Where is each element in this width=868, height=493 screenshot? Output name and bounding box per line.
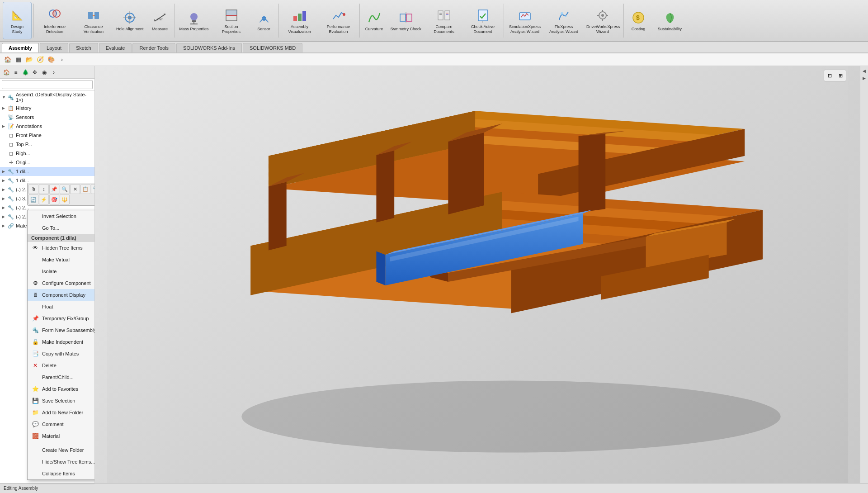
- left-list-icon[interactable]: ≡: [11, 68, 20, 77]
- view-fit-icon[interactable]: ⊡: [825, 71, 834, 80]
- viewport[interactable]: ⊡ ⊞: [95, 66, 860, 493]
- ctx-material-label: Material: [42, 433, 60, 439]
- driveworksxpress-button[interactable]: DriveWorksXpress Wizard: [584, 2, 622, 39]
- inline-icon-12[interactable]: ⚡: [39, 194, 49, 204]
- ctx-save-selection[interactable]: 💾 Save Selection: [28, 395, 95, 407]
- left-chevron-icon[interactable]: ›: [49, 68, 58, 77]
- grid-icon[interactable]: ▦: [14, 55, 24, 65]
- tree-icon[interactable]: 📂: [24, 55, 34, 65]
- assembly-visualization-button[interactable]: Assembly Visualization: [281, 2, 319, 39]
- design-study-button[interactable]: 📐 DesignStudy: [3, 2, 32, 39]
- left-tree-icon[interactable]: 🌲: [21, 68, 30, 77]
- left-home-icon[interactable]: 🏠: [2, 68, 11, 77]
- ctx-hidden-tree-items[interactable]: 👁 Hidden Tree Items ▶: [28, 242, 95, 254]
- inline-icon-13[interactable]: 🎯: [49, 194, 59, 204]
- costing-button[interactable]: $ Costing: [626, 2, 651, 39]
- ctx-component-display[interactable]: 🖥 Component Display ▶: [28, 289, 95, 301]
- status-bar: Editing Assembly: [0, 483, 868, 493]
- tab-assembly[interactable]: Assembly: [2, 43, 39, 52]
- ctx-create-new-folder[interactable]: Create New Folder: [28, 444, 95, 456]
- sustainability-button[interactable]: Sustainability: [655, 2, 684, 39]
- ctx-collapse-items-label: Collapse Items: [42, 471, 75, 476]
- tab-solidworks-mbd[interactable]: SOLIDWORKS MBD: [243, 43, 302, 52]
- tab-sketch[interactable]: Sketch: [69, 43, 98, 52]
- ctx-form-new-subassembly[interactable]: 🔩 Form New Subassembly: [28, 324, 95, 336]
- ctx-copy-with-mates[interactable]: 📑 Copy with Mates: [28, 348, 95, 360]
- ctx-go-to[interactable]: Go To...: [28, 222, 95, 234]
- hole-alignment-button[interactable]: Hole Alignment: [113, 2, 146, 39]
- floxpress-button[interactable]: FloXpress Analysis Wizard: [545, 2, 583, 39]
- ctx-invert-selection[interactable]: Invert Selection: [28, 210, 95, 222]
- tree-item-history[interactable]: ▶ 📋 History: [0, 104, 94, 113]
- ctx-hide-show-tree-items[interactable]: Hide/Show Tree Items...: [28, 456, 95, 468]
- toolbar-separator-5: [504, 4, 504, 38]
- inline-icon-14[interactable]: 🔱: [60, 194, 70, 204]
- ctx-temporary-fix-group[interactable]: 📌 Temporary Fix/Group: [28, 313, 95, 324]
- mass-properties-button[interactable]: Mass Properties: [177, 2, 212, 39]
- inline-row-1: 🖱 ↕ 📌 🔍 ✕ 📋 🔧 🔲 🖥 📊: [28, 184, 95, 194]
- tree-item-top-plane[interactable]: ◻ Top P...: [0, 140, 94, 149]
- section-properties-button[interactable]: Section Properties: [212, 2, 250, 39]
- ctx-parent-child[interactable]: Parent/Child...: [28, 371, 95, 383]
- ctx-comment[interactable]: 💬 Comment ▶: [28, 418, 95, 430]
- comp5-arrow: ▶: [2, 205, 7, 210]
- check-active-document-button[interactable]: Check Active Document: [464, 2, 502, 39]
- tree-item-annotations[interactable]: ▶ 📝 Annotations: [0, 122, 94, 131]
- tree-item-right-plane[interactable]: ◻ Righ...: [0, 149, 94, 158]
- navigate-icon[interactable]: 🧭: [35, 55, 45, 65]
- ctx-delete[interactable]: ✕ Delete: [28, 360, 95, 371]
- svg-rect-29: [438, 11, 443, 20]
- tree-item-front-plane[interactable]: ◻ Front Plane: [0, 131, 94, 140]
- ctx-material[interactable]: 🧱 Material ▶: [28, 430, 95, 442]
- svg-marker-80: [376, 251, 385, 285]
- tree-item-origin[interactable]: ✛ Origi...: [0, 158, 94, 167]
- ctx-make-independent[interactable]: 🔓 Make Independent: [28, 336, 95, 348]
- search-input[interactable]: [2, 80, 93, 89]
- ctx-add-to-favorites[interactable]: ⭐ Add to Favorites: [28, 383, 95, 395]
- inline-icon-6[interactable]: 📋: [80, 184, 90, 194]
- ctx-isolate[interactable]: Isolate: [28, 265, 95, 277]
- context-menu: Invert Selection Go To... Component (1 d…: [27, 210, 95, 480]
- tree-root[interactable]: ▼ 🔩 Assem1 (Default<Display State-1>): [0, 91, 94, 104]
- ctx-add-to-new-folder[interactable]: 📁 Add to New Folder: [28, 407, 95, 418]
- create-new-folder-icon: [31, 446, 39, 454]
- tab-render-tools[interactable]: Render Tools: [132, 43, 175, 52]
- svg-point-2: [53, 10, 57, 17]
- sensor-button[interactable]: Sensor: [251, 2, 277, 39]
- tab-solidworks-addins[interactable]: SOLIDWORKS Add-Ins: [176, 43, 242, 52]
- curvature-button[interactable]: Curvature: [362, 2, 387, 39]
- symmetry-check-button[interactable]: Symmetry Check: [388, 2, 425, 39]
- annotations-label: Annotations: [16, 123, 42, 129]
- add-to-favorites-icon: ⭐: [31, 385, 39, 393]
- left-move-icon[interactable]: ✥: [30, 68, 39, 77]
- tab-layout[interactable]: Layout: [40, 43, 68, 52]
- inline-icon-7[interactable]: 🔧: [91, 184, 95, 194]
- interference-detection-button[interactable]: Interference Detection: [36, 2, 74, 39]
- simulationxpress-button[interactable]: SimulationXpress Analysis Wizard: [506, 2, 544, 39]
- right-bar-expand[interactable]: ▶: [861, 75, 868, 81]
- inline-icon-5[interactable]: ✕: [70, 184, 80, 194]
- tree-item-sensors[interactable]: 📡 Sensors: [0, 113, 94, 122]
- compare-documents-button[interactable]: Compare Documents: [425, 2, 463, 39]
- clearance-verification-button[interactable]: Clearance Verification: [75, 2, 113, 39]
- inline-icon-1[interactable]: 🖱: [28, 184, 38, 194]
- right-bar-collapse[interactable]: ◀: [861, 68, 868, 74]
- view-orient-icon[interactable]: ⊞: [836, 71, 845, 80]
- inline-icon-4[interactable]: 🔍: [60, 184, 70, 194]
- tree-item-comp1[interactable]: ▶ 🔧 1 dil...: [0, 167, 94, 176]
- inline-icon-11[interactable]: 🔄: [28, 194, 38, 204]
- inline-icon-3[interactable]: 📌: [49, 184, 59, 194]
- tab-evaluate[interactable]: Evaluate: [99, 43, 132, 52]
- right-plane-label: Righ...: [16, 151, 30, 156]
- ctx-configure-component[interactable]: ⚙ Configure Component: [28, 277, 95, 289]
- inline-icon-2[interactable]: ↕: [39, 184, 49, 194]
- home-icon[interactable]: 🏠: [3, 55, 13, 65]
- color-icon[interactable]: 🎨: [46, 55, 56, 65]
- measure-button[interactable]: mm Measure: [147, 2, 173, 39]
- ctx-float[interactable]: Float: [28, 301, 95, 313]
- left-color-icon[interactable]: ◉: [40, 68, 49, 77]
- arrow-right-icon[interactable]: ›: [57, 55, 67, 65]
- ctx-collapse-items[interactable]: Collapse Items: [28, 468, 95, 479]
- ctx-make-virtual[interactable]: Make Virtual: [28, 254, 95, 265]
- performance-evaluation-button[interactable]: Performance Evaluation: [320, 2, 358, 39]
